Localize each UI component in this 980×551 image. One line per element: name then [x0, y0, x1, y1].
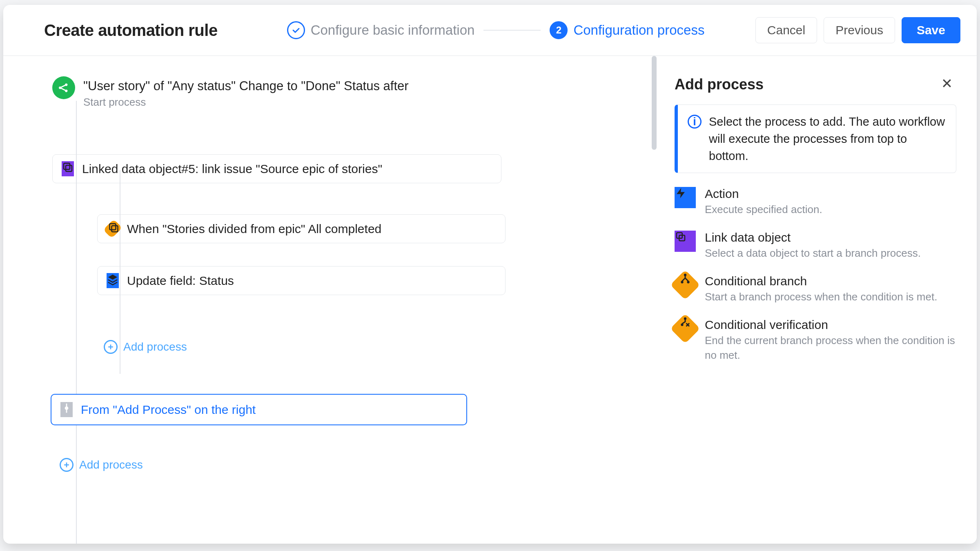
new-process-placeholder[interactable]: From "Add Process" on the right — [51, 394, 467, 425]
info-text: Select the process to add. The auto work… — [709, 113, 946, 164]
svg-marker-9 — [108, 275, 118, 280]
step-2[interactable]: 2 Configuration process — [550, 21, 704, 39]
option-conditional-branch[interactable]: Conditional branch Start a branch proces… — [675, 274, 956, 304]
step-2-number: 2 — [550, 21, 568, 39]
svg-line-3 — [61, 85, 65, 87]
option-link-data-object[interactable]: Link data object Select a data object to… — [675, 231, 956, 260]
option-action-title: Action — [705, 187, 822, 201]
side-panel-title: Add process — [675, 76, 764, 93]
placeholder-icon — [60, 402, 73, 417]
verification-icon — [670, 314, 700, 344]
svg-rect-5 — [64, 163, 70, 169]
step-1-label: Configure basic information — [311, 22, 475, 38]
action-icon — [675, 187, 696, 208]
header-bar: Create automation rule Configure basic i… — [3, 5, 977, 56]
step-divider — [483, 30, 541, 31]
link-object-icon — [675, 231, 696, 252]
update-field-label: Update field: Status — [127, 274, 234, 288]
stepper: Configure basic information 2 Configurat… — [287, 21, 705, 39]
option-action-desc: Execute specified action. — [705, 202, 822, 217]
trigger-subtitle: Start process — [83, 96, 409, 109]
option-verify-desc: End the current branch process when the … — [705, 333, 956, 362]
option-verify-title: Conditional verification — [705, 318, 956, 332]
connector-line-outer — [76, 101, 77, 544]
checkmark-icon — [287, 21, 305, 39]
branch-icon — [670, 270, 700, 300]
plus-circle-icon — [104, 340, 118, 354]
condition-node[interactable]: When "Stories divided from epic" All com… — [97, 214, 506, 243]
step-2-label: Configuration process — [573, 22, 704, 38]
linked-data-label: Linked data object#5: link issue "Source… — [82, 162, 382, 176]
page-title: Create automation rule — [44, 21, 218, 40]
info-box: i Select the process to add. The auto wo… — [675, 104, 956, 173]
update-field-node[interactable]: Update field: Status — [97, 266, 506, 295]
new-process-label: From "Add Process" on the right — [81, 403, 256, 417]
main-area: "User story" of "Any status" Change to "… — [3, 56, 977, 544]
svg-point-22 — [681, 281, 683, 283]
plus-circle-icon — [60, 458, 74, 472]
option-branch-title: Conditional branch — [705, 274, 937, 288]
scrollbar[interactable] — [652, 56, 657, 150]
svg-rect-7 — [109, 224, 116, 230]
add-process-inner-button[interactable]: Add process — [104, 340, 634, 354]
close-icon[interactable] — [938, 74, 956, 95]
add-process-outer-label: Add process — [79, 458, 143, 471]
side-panel: Add process i Select the process to add.… — [658, 56, 977, 544]
option-link-desc: Select a data object to start a branch p… — [705, 246, 921, 260]
svg-point-23 — [687, 281, 689, 283]
svg-point-13 — [65, 407, 69, 410]
header-actions: Cancel Previous Save — [755, 17, 960, 43]
previous-button[interactable]: Previous — [824, 17, 895, 43]
add-process-outer-button[interactable]: Add process — [60, 458, 634, 472]
info-icon: i — [688, 115, 702, 129]
trigger-node[interactable]: "User story" of "Any status" Change to "… — [52, 76, 634, 109]
svg-rect-6 — [66, 165, 72, 171]
svg-point-25 — [681, 324, 683, 326]
flow-canvas: "User story" of "Any status" Change to "… — [3, 56, 658, 544]
link-object-icon — [62, 161, 74, 176]
layers-icon — [107, 273, 119, 288]
option-conditional-verification[interactable]: Conditional verification End the current… — [675, 318, 956, 362]
option-action[interactable]: Action Execute specified action. — [675, 187, 956, 217]
step-1[interactable]: Configure basic information — [287, 21, 475, 39]
option-link-title: Link data object — [705, 231, 921, 244]
svg-line-4 — [61, 88, 65, 90]
condition-label: When "Stories divided from epic" All com… — [127, 222, 381, 236]
svg-rect-8 — [111, 226, 118, 232]
option-branch-desc: Start a branch process when the conditio… — [705, 290, 937, 304]
modal-window: Create automation rule Configure basic i… — [3, 5, 977, 544]
add-process-inner-label: Add process — [123, 340, 187, 353]
save-button[interactable]: Save — [902, 17, 960, 43]
share-icon — [52, 76, 75, 99]
svg-marker-18 — [677, 188, 685, 198]
trigger-title: "User story" of "Any status" Change to "… — [83, 79, 409, 93]
cancel-button[interactable]: Cancel — [755, 17, 817, 43]
